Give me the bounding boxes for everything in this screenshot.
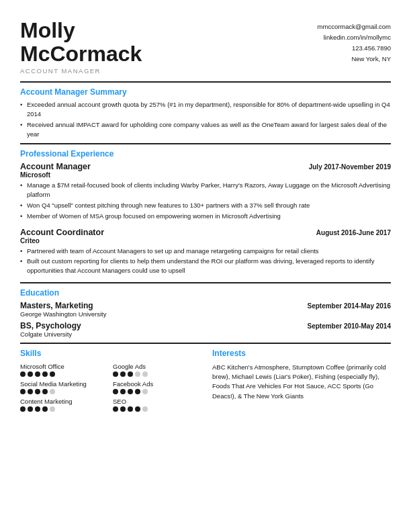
- skills-grid: Microsoft OfficeGoogle AdsSocial Media M…: [20, 363, 199, 415]
- summary-divider: [20, 143, 391, 144]
- dot-4-4: [50, 406, 55, 412]
- dot-5-0: [113, 406, 118, 412]
- skill-name-0: Microsoft Office: [20, 363, 106, 370]
- dot-2-3: [42, 389, 48, 394]
- dot-3-0: [113, 389, 118, 394]
- dot-1-0: [113, 371, 118, 377]
- header-divider: [20, 81, 391, 83]
- dot-1-1: [120, 371, 126, 377]
- skill-row-4: Content Marketing: [20, 398, 106, 412]
- summary-bullet-2: Received annual IMPACT award for upholdi…: [20, 120, 391, 139]
- dot-5-4: [142, 406, 148, 412]
- edu-2: BS, Psychology September 2010-May 2014 C…: [20, 321, 391, 338]
- edu-2-school: Colgate University: [20, 330, 391, 338]
- job-2-bullet-2: Built out custom reporting for clients t…: [20, 257, 391, 275]
- linkedin: linkedin.com/in/mollymc: [318, 32, 391, 43]
- job-2-bullet-1: Partnered with team of Account Managers …: [20, 247, 391, 256]
- edu-1-header: Masters, Marketing September 2014-May 20…: [20, 301, 391, 310]
- dot-2-1: [28, 389, 33, 394]
- last-name: McCormack: [20, 42, 142, 66]
- job-1-dates: July 2017-November 2019: [309, 163, 391, 171]
- dot-3-3: [135, 389, 140, 394]
- skill-name-3: Facebook Ads: [113, 380, 199, 388]
- edu-1-degree: Masters, Marketing: [20, 301, 93, 310]
- full-name: Molly McCormack: [20, 19, 142, 66]
- location: New York, NY: [318, 54, 391, 64]
- job-2-header: Account Coordinator August 2016-June 201…: [20, 228, 391, 237]
- job-1: Account Manager July 2017-November 2019 …: [20, 162, 391, 220]
- summary-section: Account Manager Summary Exceeded annual …: [20, 87, 391, 138]
- summary-bullet-1: Exceeded annual account growth quota by …: [20, 100, 391, 119]
- job-2-dates: August 2016-June 2017: [316, 229, 391, 236]
- edu-1: Masters, Marketing September 2014-May 20…: [20, 301, 391, 318]
- dot-0-0: [20, 371, 26, 377]
- edu-2-degree: BS, Psychology: [20, 321, 81, 330]
- skill-name-5: SEO: [113, 398, 199, 405]
- dot-4-1: [28, 406, 33, 412]
- skill-row-0: Microsoft Office: [20, 363, 106, 377]
- dot-1-2: [128, 371, 133, 377]
- job-1-bullet-1: Manage a $7M retail-focused book of clie…: [20, 181, 391, 200]
- job-1-title: Account Manager: [20, 162, 91, 171]
- edu-1-school: George Washington University: [20, 310, 391, 318]
- dot-2-2: [35, 389, 40, 394]
- skill-name-4: Content Marketing: [20, 398, 106, 405]
- dot-0-2: [35, 371, 40, 377]
- dot-3-1: [120, 389, 126, 394]
- skill-name-1: Google Ads: [113, 363, 199, 370]
- dot-5-3: [135, 406, 140, 412]
- job-1-bullet-3: Member of Women of MSA group focused on …: [20, 212, 391, 221]
- job-2-company: Criteo: [20, 237, 391, 245]
- skill-dots-5: [113, 406, 199, 412]
- experience-divider: [20, 282, 391, 283]
- job-2-bullets: Partnered with team of Account Managers …: [20, 247, 391, 275]
- dot-4-3: [42, 406, 48, 412]
- education-divider: [20, 343, 391, 344]
- edu-2-dates: September 2010-May 2014: [307, 322, 391, 330]
- dot-5-2: [128, 406, 133, 412]
- skill-dots-0: [20, 371, 106, 377]
- experience-title: Professional Experience: [20, 149, 391, 159]
- dot-1-3: [135, 371, 140, 377]
- dot-0-3: [42, 371, 48, 377]
- summary-title: Account Manager Summary: [20, 87, 391, 97]
- resume-header: Molly McCormack Account Manager mmccorma…: [20, 19, 391, 75]
- dot-4-0: [20, 406, 26, 412]
- education-section: Education Masters, Marketing September 2…: [20, 288, 391, 338]
- job-1-bullet-2: Won Q4 "upsell" contest pitching through…: [20, 201, 391, 210]
- dot-4-2: [35, 406, 40, 412]
- interests-text: ABC Kitchen's Atmosphere, Stumptown Coff…: [212, 363, 391, 401]
- skill-dots-1: [113, 371, 199, 377]
- job-1-header: Account Manager July 2017-November 2019: [20, 162, 391, 171]
- edu-1-dates: September 2014-May 2016: [307, 302, 391, 310]
- dot-0-1: [28, 371, 33, 377]
- dot-2-0: [20, 389, 26, 394]
- skill-dots-3: [113, 389, 199, 394]
- skill-row-5: SEO: [113, 398, 199, 412]
- skill-dots-2: [20, 389, 106, 394]
- skills-section: Skills Microsoft OfficeGoogle AdsSocial …: [20, 349, 205, 415]
- job-2: Account Coordinator August 2016-June 201…: [20, 228, 391, 275]
- phone: 123.456.7890: [318, 43, 391, 54]
- skill-dots-4: [20, 406, 106, 412]
- email: mmccormack@gmail.com: [318, 21, 391, 32]
- skills-title: Skills: [20, 349, 199, 358]
- skill-name-2: Social Media Marketing: [20, 380, 106, 388]
- skill-row-1: Google Ads: [113, 363, 199, 377]
- dot-1-4: [142, 371, 148, 377]
- dot-0-4: [50, 371, 55, 377]
- skill-row-2: Social Media Marketing: [20, 380, 106, 394]
- skill-row-3: Facebook Ads: [113, 380, 199, 394]
- job-1-company: Microsoft: [20, 171, 391, 179]
- dot-2-4: [50, 389, 55, 394]
- education-title: Education: [20, 288, 391, 298]
- summary-bullets: Exceeded annual account growth quota by …: [20, 100, 391, 138]
- interests-title: Interests: [212, 349, 391, 358]
- edu-2-header: BS, Psychology September 2010-May 2014: [20, 321, 391, 330]
- first-name: Molly: [20, 18, 75, 42]
- dot-5-1: [120, 406, 126, 412]
- contact-info: mmccormack@gmail.com linkedin.com/in/mol…: [318, 21, 391, 65]
- dot-3-2: [128, 389, 133, 394]
- experience-section: Professional Experience Account Manager …: [20, 149, 391, 275]
- skills-interests-section: Skills Microsoft OfficeGoogle AdsSocial …: [20, 349, 391, 415]
